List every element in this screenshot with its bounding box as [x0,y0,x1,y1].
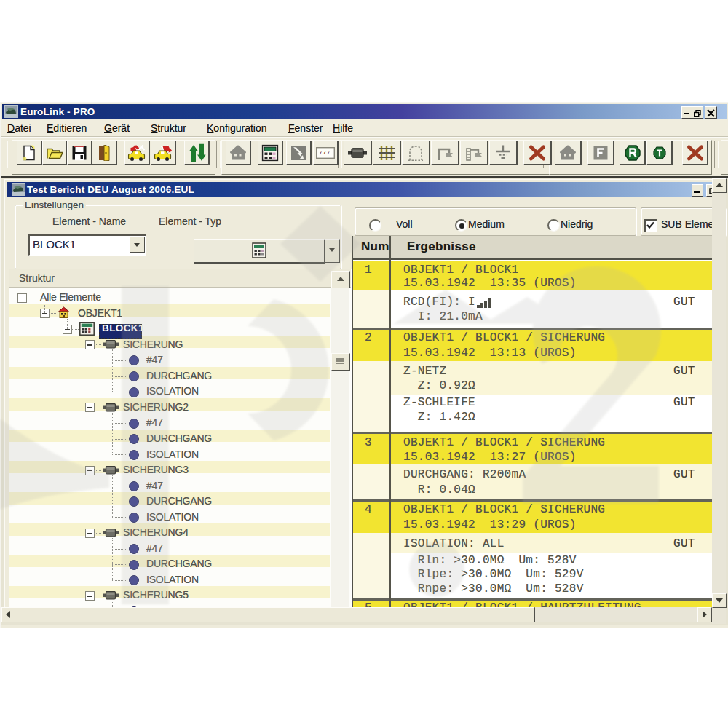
svg-text:‹‹‹: ‹‹‹ [319,150,331,157]
